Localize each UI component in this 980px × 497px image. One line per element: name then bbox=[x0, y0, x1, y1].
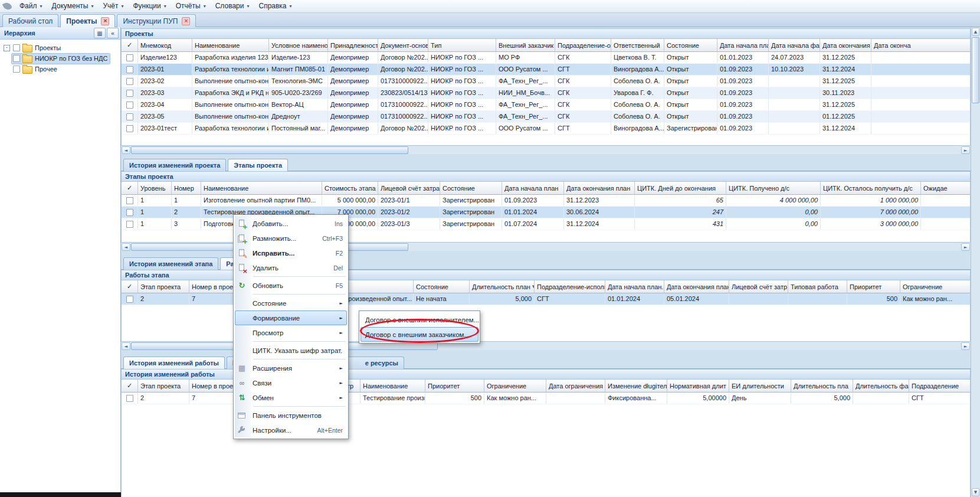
table-row[interactable]: 2023-05Выполнение опытно-конс...Дредноут… bbox=[122, 111, 970, 123]
context-menu-item[interactable]: ×УдалитьDel bbox=[235, 260, 347, 275]
context-menu-item[interactable]: Формирование► bbox=[235, 310, 347, 325]
column-header[interactable]: Тип bbox=[428, 39, 496, 52]
column-header[interactable]: Состояние bbox=[440, 182, 502, 195]
menubar-item[interactable]: Функции▾ bbox=[128, 1, 171, 12]
table-row[interactable]: 2023-01тестРазработка технологии и...Пос… bbox=[122, 123, 970, 135]
row-checkbox[interactable] bbox=[126, 66, 133, 73]
column-header[interactable]: Мнемокод bbox=[138, 39, 192, 52]
column-header[interactable]: Нормативная длит bbox=[667, 380, 729, 393]
row-checkbox[interactable] bbox=[126, 54, 133, 61]
column-header[interactable]: Дата окончания план bbox=[564, 182, 635, 195]
table-row[interactable]: 2023-03Разработка ЭКД и РКД н...905-U020… bbox=[122, 87, 970, 99]
table-row[interactable]: 2023-04Выполнение опытно-конс...Вектор-А… bbox=[122, 99, 970, 111]
select-all-column-header[interactable]: ✓ bbox=[122, 39, 138, 52]
submenu-item[interactable]: Договор с внешним заказчиком... bbox=[360, 327, 478, 342]
column-header[interactable]: Ответственный bbox=[611, 39, 664, 52]
scroll-up-icon[interactable]: ▲ bbox=[972, 28, 979, 36]
row-checkbox[interactable] bbox=[126, 221, 133, 228]
context-menu-item[interactable]: Просмотр► bbox=[235, 325, 347, 340]
column-header[interactable]: Дата начала план bbox=[502, 182, 564, 195]
column-header[interactable]: Лицевой счёт затрат bbox=[378, 182, 440, 195]
table-row[interactable]: 11Изготовление опытной партии ПМ0...5 00… bbox=[122, 195, 970, 207]
column-header[interactable]: Этап проекта bbox=[138, 380, 189, 393]
tab-close-icon[interactable]: × bbox=[101, 17, 109, 25]
scroll-right-icon[interactable]: ► bbox=[961, 243, 970, 251]
table-row[interactable]: Изделие123Разработка изделия 123Изделие-… bbox=[122, 52, 970, 64]
section-tab[interactable]: История изменений этапа bbox=[123, 257, 218, 270]
scroll-down-icon[interactable]: ▼ bbox=[972, 488, 979, 496]
column-header[interactable]: ЦИТК. Дней до окончания bbox=[635, 182, 726, 195]
tree-node[interactable]: Прочее bbox=[1, 64, 119, 74]
main-vscrollbar[interactable]: ▲ ▼ bbox=[971, 27, 980, 497]
column-header[interactable]: Дата ограничения bbox=[546, 380, 605, 393]
row-checkbox[interactable] bbox=[126, 197, 133, 204]
column-header[interactable]: Номер в проекте bbox=[189, 280, 240, 293]
menubar-item[interactable]: Словари▾ bbox=[211, 1, 254, 12]
column-header[interactable]: Длительность фак bbox=[853, 380, 909, 393]
main-tab[interactable]: Рабочий стол bbox=[2, 14, 58, 27]
column-header[interactable]: Дата начала план. bbox=[717, 39, 769, 52]
context-menu-item[interactable]: Состояние► bbox=[235, 296, 347, 310]
section-tab[interactable]: История изменений проекта bbox=[123, 159, 226, 171]
column-header[interactable]: ЦИТК. Получено д/с bbox=[726, 182, 821, 195]
menubar-item[interactable]: Файл▾ bbox=[15, 1, 47, 12]
projects-hscrollbar[interactable]: ◄► bbox=[121, 145, 971, 154]
scroll-left-icon[interactable]: ◄ bbox=[122, 342, 130, 350]
context-menu-item[interactable]: Панель инструментов bbox=[235, 408, 347, 423]
vscroll-thumb[interactable] bbox=[972, 37, 979, 103]
hierarchy-settings-icon[interactable]: ▦ bbox=[94, 28, 106, 38]
menubar-item[interactable]: Справка▾ bbox=[254, 1, 296, 12]
tree-checkbox[interactable] bbox=[13, 44, 20, 51]
context-menu-item[interactable]: +Размножить...Ctrl+F3 bbox=[235, 231, 347, 246]
context-menu-item[interactable]: ЦИТК. Указать шифр затрат... bbox=[235, 343, 347, 358]
column-header[interactable]: Наименование bbox=[360, 380, 425, 393]
table-row[interactable]: 2023-01Разработка технологии и...Магнит … bbox=[122, 64, 970, 76]
row-checkbox[interactable] bbox=[126, 113, 133, 120]
tree-collapse-icon[interactable]: - bbox=[4, 45, 10, 51]
column-header[interactable]: Наименование bbox=[192, 39, 269, 52]
column-header[interactable]: Состояние bbox=[414, 280, 470, 293]
column-header[interactable]: Ожидае bbox=[921, 182, 971, 195]
context-menu-item[interactable]: ⇅Обмен► bbox=[235, 390, 347, 405]
context-menu-item[interactable]: ▦Расширения► bbox=[235, 361, 347, 375]
column-header[interactable]: Лицевой счёт затр bbox=[729, 280, 788, 293]
tree-node[interactable]: НИОКР по ГОЗ без НДС bbox=[1, 53, 119, 64]
row-checkbox[interactable] bbox=[126, 90, 133, 97]
column-header[interactable]: Дата окончания план bbox=[664, 280, 729, 293]
column-header[interactable]: Уровень bbox=[138, 182, 172, 195]
scroll-right-icon[interactable]: ► bbox=[961, 342, 970, 350]
column-header[interactable]: Изменение długiтел bbox=[605, 380, 667, 393]
main-tab[interactable]: Проекты× bbox=[60, 14, 115, 27]
menubar-item[interactable]: Отчёты▾ bbox=[171, 1, 211, 12]
main-tab[interactable]: Инструкции ПУП× bbox=[117, 14, 196, 27]
column-header[interactable]: Приоритет bbox=[847, 280, 900, 293]
context-menu-item[interactable]: Настройки...Alt+Enter bbox=[235, 423, 347, 437]
column-header[interactable]: Наименование bbox=[201, 182, 322, 195]
column-header[interactable]: Дата начала факт. bbox=[769, 39, 820, 52]
tree-checkbox[interactable] bbox=[13, 66, 20, 73]
column-header[interactable]: Номер в проек... bbox=[189, 380, 240, 393]
column-header[interactable]: Дата окончания пл bbox=[820, 39, 871, 52]
tree-node[interactable]: -Проекты bbox=[1, 42, 119, 53]
scroll-left-icon[interactable]: ◄ bbox=[122, 146, 130, 154]
column-header[interactable]: Внешний заказчик bbox=[496, 39, 555, 52]
column-header[interactable]: Состояние bbox=[664, 39, 717, 52]
table-row[interactable]: 2023-02Выполнение опытно-конс...Технолог… bbox=[122, 76, 970, 87]
column-header[interactable]: ЕИ длительности bbox=[729, 380, 791, 393]
column-header[interactable]: Подразделение bbox=[909, 380, 971, 393]
tab-close-icon[interactable]: × bbox=[182, 17, 190, 25]
section-tab[interactable]: История изменений работы bbox=[123, 357, 225, 369]
column-header[interactable]: Подразделение-от bbox=[555, 39, 611, 52]
row-checkbox[interactable] bbox=[126, 395, 133, 402]
column-header[interactable]: Этап проекта bbox=[138, 280, 189, 293]
select-all-column-header[interactable]: ✓ bbox=[122, 380, 138, 393]
column-header[interactable]: Приоритет bbox=[425, 380, 484, 393]
section-tab[interactable]: Этапы проекта bbox=[228, 159, 288, 171]
column-header[interactable]: Номер bbox=[172, 182, 201, 195]
column-header[interactable]: Дата оконча bbox=[871, 39, 971, 52]
submenu-item[interactable]: Договор с внешним исполнителем... bbox=[360, 312, 478, 327]
context-menu-item[interactable]: +Добавить...Ins bbox=[235, 216, 347, 231]
scroll-right-icon[interactable]: ► bbox=[961, 146, 970, 154]
collapse-panel-icon[interactable]: « bbox=[107, 28, 119, 38]
column-header[interactable]: Принадлежность bbox=[328, 39, 378, 52]
